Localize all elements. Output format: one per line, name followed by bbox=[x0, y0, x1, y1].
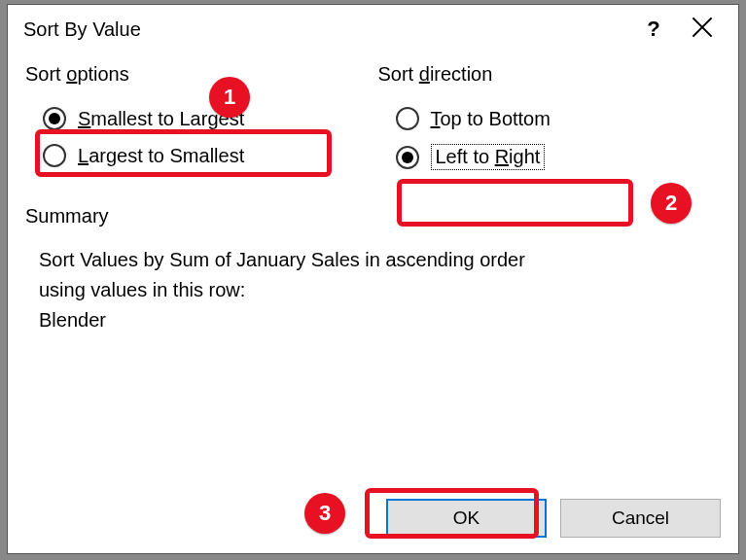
button-row: OK Cancel bbox=[386, 499, 721, 538]
summary-text: Sort Values by Sum of January Sales in a… bbox=[39, 245, 721, 335]
radio-label: Largest to Smallest bbox=[78, 145, 244, 167]
sort-options-label: Sort options bbox=[25, 63, 369, 86]
titlebar: Sort By Value ? bbox=[8, 5, 738, 53]
sort-direction-label: Sort direction bbox=[378, 63, 722, 86]
radio-icon bbox=[43, 144, 66, 167]
radio-icon bbox=[43, 107, 66, 130]
radio-label: Left to Right bbox=[431, 144, 546, 170]
dialog-content: Sort options Smallest to Largest Largest… bbox=[8, 53, 738, 335]
radio-icon bbox=[396, 107, 419, 130]
radio-icon bbox=[396, 146, 419, 169]
help-button[interactable]: ? bbox=[629, 17, 678, 42]
close-icon bbox=[692, 17, 713, 38]
radio-top-to-bottom[interactable]: Top to Bottom bbox=[390, 103, 722, 134]
radio-smallest-to-largest[interactable]: Smallest to Largest bbox=[37, 103, 369, 134]
sort-by-value-dialog: Sort By Value ? Sort options Smallest to… bbox=[7, 4, 739, 554]
close-button[interactable] bbox=[678, 17, 727, 43]
ok-button[interactable]: OK bbox=[386, 499, 547, 538]
cancel-button[interactable]: Cancel bbox=[560, 499, 721, 538]
sort-options-group: Sort options Smallest to Largest Largest… bbox=[25, 63, 369, 180]
summary-group: Summary Sort Values by Sum of January Sa… bbox=[25, 205, 721, 335]
summary-label: Summary bbox=[25, 205, 721, 228]
radio-left-to-right[interactable]: Left to Right bbox=[390, 140, 722, 174]
radio-label: Top to Bottom bbox=[431, 108, 551, 130]
dialog-title: Sort By Value bbox=[23, 18, 629, 41]
radio-label: Smallest to Largest bbox=[78, 108, 244, 130]
radio-largest-to-smallest[interactable]: Largest to Smallest bbox=[37, 140, 369, 171]
annotation-callout: 3 bbox=[304, 493, 345, 534]
sort-direction-group: Sort direction Top to Bottom Left to Rig… bbox=[378, 63, 722, 180]
